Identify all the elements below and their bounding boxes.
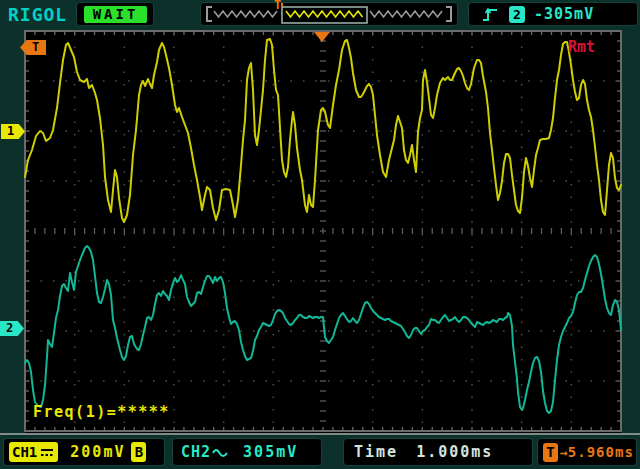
trigger-info-box: 2 -305mV [468, 2, 638, 26]
timebase-readout: 1.000ms [416, 443, 493, 461]
ac-coupling-icon [211, 445, 229, 459]
dc-coupling-icon [39, 446, 55, 459]
trigger-source-badge: 2 [509, 6, 525, 23]
trigger-delay-box: T → 5.960ms [537, 438, 637, 466]
ch1-label: CH1 [12, 444, 37, 460]
acquisition-status-box: WAIT [76, 2, 154, 26]
waveform-preview-svg [201, 3, 457, 25]
ch1-badge: CH1 [9, 442, 58, 462]
trigger-level-readout: -305mV [534, 5, 594, 23]
ch1-status-box: CH1 200mV B [3, 438, 165, 466]
ch2-status-box: CH2 305mV [172, 438, 322, 466]
delay-arrow-icon: → [560, 445, 568, 460]
waveform-preview-box [200, 2, 458, 26]
timebase-label: Time [354, 443, 398, 461]
ch2-label: CH2 [181, 443, 211, 461]
graticule-svg [0, 0, 640, 469]
timebase-box: Time 1.000ms [343, 438, 533, 466]
menu-separator [0, 433, 640, 435]
ch2-scale-readout: 305mV [243, 443, 298, 461]
acquisition-status-badge: WAIT [84, 6, 147, 23]
brand-logo: RIGOL [8, 4, 67, 25]
delay-t-badge: T [543, 443, 558, 462]
delay-readout: 5.960ms [568, 444, 634, 460]
bandwidth-limit-badge: B [131, 442, 146, 462]
ch1-scale-readout: 200mV [70, 443, 125, 461]
freq-measurement-readout: Freq(1)=***** [33, 403, 170, 421]
remote-indicator: Rmt [568, 38, 595, 56]
preview-trigger-marker: T [274, 0, 281, 12]
rising-edge-icon [481, 5, 500, 24]
